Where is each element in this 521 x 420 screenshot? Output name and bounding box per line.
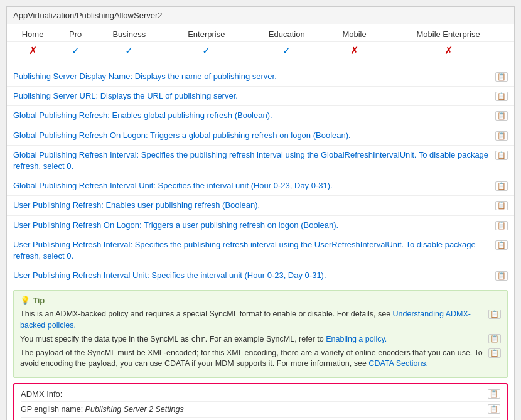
enabling-policy-link[interactable]: Enabling a policy. — [326, 335, 387, 343]
section-note-icon[interactable]: 📋 — [495, 110, 508, 121]
tip-note-icon[interactable]: 📋 — [488, 348, 501, 358]
section-text: Global Publishing Refresh: Enables globa… — [13, 110, 490, 121]
tip-text: The payload of the SyncML must be XML-en… — [20, 348, 483, 370]
cdata-sections-link[interactable]: CDATA Sections. — [368, 359, 428, 368]
section-note-icon[interactable]: 📋 — [495, 91, 508, 101]
admx-items: GP english name: Publishing Server 2 Set… — [21, 401, 500, 420]
compatibility-table: HomeProBusinessEnterpriseEducationMobile… — [7, 24, 514, 62]
section-s5: Global Publishing Refresh Interval: Spec… — [7, 145, 514, 176]
section-s4: Global Publishing Refresh On Logon: Trig… — [7, 126, 514, 145]
section-text: User Publishing Refresh Interval Unit: S… — [13, 270, 490, 281]
compat-header-enterprise: Enterprise — [166, 24, 247, 42]
cross-icon: ✗ — [350, 45, 358, 56]
section-text: User Publishing Refresh On Logon: Trigge… — [13, 220, 490, 231]
tip-text: This is an ADMX-backed policy and requir… — [20, 309, 483, 331]
section-s6: Global Publishing Refresh Interval Unit:… — [7, 176, 514, 195]
title-bar: AppVirtualization/PublishingAllowServer2 — [7, 7, 514, 24]
section-s8: User Publishing Refresh On Logon: Trigge… — [7, 215, 514, 235]
section-text: Publishing Server Display Name: Displays… — [13, 71, 490, 82]
section-note-icon[interactable]: 📋 — [495, 220, 508, 230]
section-note-icon[interactable]: 📋 — [495, 131, 508, 141]
admx-policies-link[interactable]: Understanding ADMX-backed policies. — [20, 310, 471, 330]
tip-header: 💡 Tip — [20, 296, 501, 305]
check-icon: ✓ — [282, 45, 291, 56]
check-icon: ✓ — [125, 45, 133, 56]
check-icon: ✓ — [202, 45, 210, 56]
section-text: Global Publishing Refresh Interval Unit:… — [13, 180, 490, 191]
section-note-icon[interactable]: 📋 — [495, 181, 508, 191]
admx-item-icon[interactable]: 📋 — [488, 404, 500, 414]
admx-header-icon[interactable]: 📋 — [488, 389, 500, 399]
section-s2: Publishing Server URL: Displays the URL … — [7, 86, 514, 105]
section-text: User Publishing Refresh Interval: Specif… — [13, 239, 490, 262]
section-note-icon[interactable]: 📋 — [495, 271, 508, 281]
compat-value-2: ✓ — [92, 42, 166, 62]
compat-header-home: Home — [7, 24, 58, 42]
section-note-icon[interactable]: 📋 — [495, 240, 508, 250]
admx-header: ADMX Info: 📋 — [21, 389, 500, 399]
compat-value-0: ✗ — [7, 42, 58, 62]
section-s3: Global Publishing Refresh: Enables globa… — [7, 105, 514, 125]
section-note-icon[interactable]: 📋 — [495, 150, 508, 160]
tip-header-text: Tip — [33, 296, 45, 305]
compat-value-5: ✗ — [326, 42, 382, 62]
tip-row-t3: The payload of the SyncML must be XML-en… — [20, 348, 501, 370]
compat-header-pro: Pro — [58, 24, 92, 42]
compat-header-education: Education — [247, 24, 326, 42]
compat-header-business: Business — [92, 24, 166, 42]
page-title: AppVirtualization/PublishingAllowServer2 — [13, 11, 163, 20]
section-s7: User Publishing Refresh: Enables user pu… — [7, 195, 514, 215]
tip-rows: This is an ADMX-backed policy and requir… — [20, 309, 501, 370]
section-s9: User Publishing Refresh Interval: Specif… — [7, 235, 514, 266]
tip-row-t1: This is an ADMX-backed policy and requir… — [20, 309, 501, 331]
admx-row-a1: GP english name: Publishing Server 2 Set… — [21, 401, 500, 417]
compat-header-mobile: Mobile — [326, 24, 382, 42]
tip-row-t2: You must specify the data type in the Sy… — [20, 333, 501, 345]
tip-icon: 💡 — [20, 296, 30, 305]
section-text: Global Publishing Refresh On Logon: Trig… — [13, 130, 490, 141]
compat-header-mobile-enterprise: Mobile Enterprise — [382, 24, 514, 42]
compat-value-1: ✓ — [58, 42, 92, 62]
section-note-icon[interactable]: 📋 — [495, 72, 508, 82]
tip-note-icon[interactable]: 📋 — [488, 309, 501, 319]
admx-box: ADMX Info: 📋 GP english name: Publishing… — [13, 383, 508, 420]
section-s10: User Publishing Refresh Interval Unit: S… — [7, 266, 514, 285]
tip-box: 💡 Tip This is an ADMX-backed policy and … — [13, 290, 508, 378]
section-s1: Publishing Server Display Name: Displays… — [7, 67, 514, 86]
tip-text: You must specify the data type in the Sy… — [20, 333, 483, 345]
compat-value-3: ✓ — [166, 42, 247, 62]
cross-icon: ✗ — [29, 45, 37, 56]
compat-value-6: ✗ — [382, 42, 514, 62]
section-text: Publishing Server URL: Displays the URL … — [13, 90, 490, 102]
tip-note-icon[interactable]: 📋 — [488, 333, 501, 343]
section-text: User Publishing Refresh: Enables user pu… — [13, 200, 490, 211]
compat-value-4: ✓ — [247, 42, 326, 62]
sections-container: Publishing Server Display Name: Displays… — [7, 67, 514, 285]
admx-row-a2: GP name: Publishing_Server2_Policy 📋 — [21, 417, 500, 421]
admx-header-text: ADMX Info: — [21, 389, 488, 399]
section-text: Global Publishing Refresh Interval: Spec… — [13, 149, 490, 172]
check-icon: ✓ — [72, 45, 80, 56]
main-container: AppVirtualization/PublishingAllowServer2… — [6, 6, 515, 420]
cross-icon: ✗ — [444, 45, 453, 56]
admx-item-text: GP english name: Publishing Server 2 Set… — [21, 404, 483, 416]
section-note-icon[interactable]: 📋 — [495, 200, 508, 210]
